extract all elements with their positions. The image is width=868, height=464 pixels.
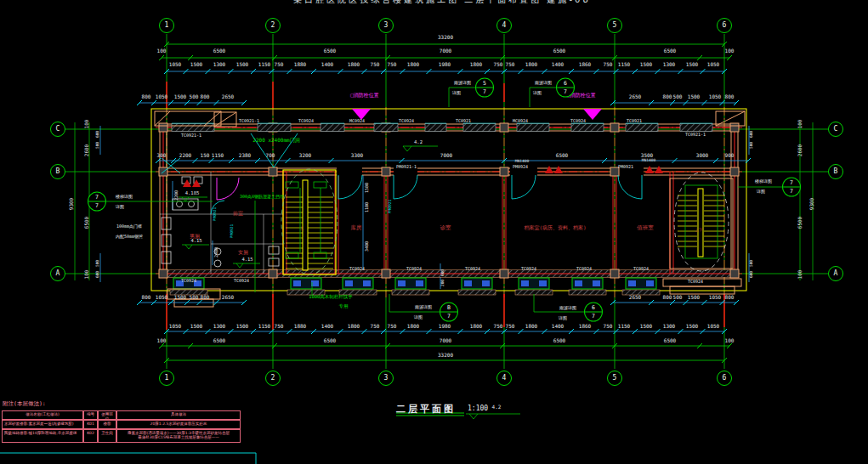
annotation: TC0924 xyxy=(349,267,365,271)
dim-label: 1050 xyxy=(707,324,719,329)
table-cell: 撒素水泥面(洒适量清水)——30厚1:3干硬性水泥砂浆结合层 最薄处30厚C15… xyxy=(116,429,241,443)
dim-label: 1050 xyxy=(169,62,181,67)
annotation: 雨篷详图 xyxy=(415,305,432,309)
dim-label: 1500 xyxy=(640,62,652,67)
dim-label: 1400 xyxy=(321,62,333,67)
dim-label: 500 xyxy=(673,94,683,99)
annotation: 4.2 xyxy=(414,140,423,145)
dim-label: 750 xyxy=(388,62,397,67)
notes-caption: 附注(本层做法): xyxy=(3,400,46,408)
callout-number: 7 xyxy=(783,178,800,188)
dim-label: 750 xyxy=(275,324,284,329)
annotation: 200 xyxy=(441,280,445,286)
dim-label: 2650 xyxy=(222,295,234,300)
dim-label: 800 xyxy=(201,295,210,300)
detail-callout: 77 xyxy=(88,192,106,212)
annotation: 100 xyxy=(797,120,803,129)
annotation: 100mm高门槛 xyxy=(116,224,142,229)
annotation: 详图 xyxy=(414,315,423,320)
annotation: TC0924 xyxy=(576,267,592,271)
annotation: 4.15 xyxy=(190,239,201,244)
annotation: 9300 xyxy=(809,198,814,210)
dim-label: 800 xyxy=(725,94,735,99)
annotation: 2600 xyxy=(797,144,803,156)
annotation: 2200 xyxy=(174,190,179,201)
annotation: TC0924 xyxy=(521,267,536,271)
callout-sheet: 7 xyxy=(783,188,800,195)
dim-label: 750 xyxy=(371,62,380,67)
callout-number: 6 xyxy=(585,303,602,313)
dim-label: 1500 xyxy=(640,324,652,329)
dim-label: 6500 xyxy=(324,48,336,54)
dim-label: 1300 xyxy=(213,62,225,67)
detail-callout: 67 xyxy=(584,303,603,322)
clipped-title-text: 某口腔医院医技综合楼建筑施工图 二层平面布置图 建施-08 xyxy=(255,0,629,6)
drawing-scale: 1:100 xyxy=(468,405,488,412)
annotation: PM0921-1 xyxy=(396,165,417,169)
dim-label: 1300 xyxy=(213,324,225,329)
callout-sheet: 7 xyxy=(440,313,457,320)
dim-label: 750 xyxy=(506,324,515,329)
dim-label: 500 xyxy=(190,94,199,99)
dim-label: 33200 xyxy=(438,35,453,40)
dim-label: 800 xyxy=(142,295,151,300)
grid-bubble-4: 4 xyxy=(496,18,512,33)
grid-bubble-A: A xyxy=(50,266,65,281)
dim-label: 2650 xyxy=(222,94,234,99)
annotation: 500 xyxy=(96,142,100,149)
dim-label: 1980 xyxy=(439,62,451,67)
table-cell: 楼面 xyxy=(98,420,116,429)
callout-number: 7 xyxy=(88,193,105,202)
annotation: TC0924 xyxy=(399,119,414,123)
grid-bubble-1: 1 xyxy=(159,371,174,386)
dim-label: 6500 xyxy=(213,48,225,54)
dim-label: 1050 xyxy=(709,94,721,99)
annotation: PM0924 xyxy=(513,165,528,169)
annotation: TC0924 xyxy=(406,267,422,271)
callout-sheet: 7 xyxy=(585,313,602,320)
annotation: TC0921 xyxy=(627,119,642,123)
annotation: MN1400 xyxy=(642,159,655,163)
callout-number: 5 xyxy=(476,79,493,88)
dim-label: 1050 xyxy=(156,295,167,300)
dim-label: 800 xyxy=(663,295,672,300)
grid-bubble-5: 5 xyxy=(607,18,622,33)
dim-label: 1800 xyxy=(407,62,419,67)
annotation: 600 xyxy=(750,131,754,138)
detail-callout: 57 xyxy=(475,78,494,98)
grid-bubble-3: 3 xyxy=(378,371,394,386)
annotation: 详图 xyxy=(757,190,765,194)
grid-bubble-2: 2 xyxy=(265,371,281,386)
annotation: 500 xyxy=(750,260,754,267)
annotation: 3400 xyxy=(365,241,369,252)
dim-label: 7000 xyxy=(440,338,451,343)
dim-label: 1050 xyxy=(709,295,721,300)
annotation: 2200 x2400mm门洞 xyxy=(252,138,299,143)
annotation: 1580 xyxy=(365,183,369,193)
table-header-cell: 具体做法 xyxy=(116,410,241,420)
annotation: TC0921-1 xyxy=(239,119,259,123)
annotation: 600 xyxy=(96,131,100,138)
dim-label: 1400 xyxy=(552,62,564,67)
dim-label: 3300 xyxy=(351,153,363,158)
annotation: TC0924 xyxy=(633,267,649,271)
dim-label: 3200 xyxy=(299,153,311,158)
annotation: 前室 xyxy=(233,211,243,216)
dim-label: 800 xyxy=(663,94,672,99)
annotation: 500 xyxy=(750,142,754,149)
annotation: 女厕 xyxy=(238,250,248,255)
dim-label: 1860 xyxy=(579,324,591,329)
annotation: TC0924 xyxy=(181,279,196,283)
dim-label: 800 xyxy=(725,295,735,300)
dim-label: 300 xyxy=(157,153,167,158)
grid-bubble-B: B xyxy=(50,164,65,179)
dim-label: 6500 xyxy=(553,48,565,54)
dim-label: 100 xyxy=(157,48,167,54)
dim-label: 150 xyxy=(201,153,210,158)
annotation: 4.2 xyxy=(492,405,502,410)
dim-label: 1880 xyxy=(294,324,306,329)
grid-bubble-3: 3 xyxy=(378,18,394,33)
dim-label: 1400 xyxy=(552,324,564,329)
dim-label: 1050 xyxy=(169,324,181,329)
dim-label: 1050 xyxy=(707,62,719,67)
